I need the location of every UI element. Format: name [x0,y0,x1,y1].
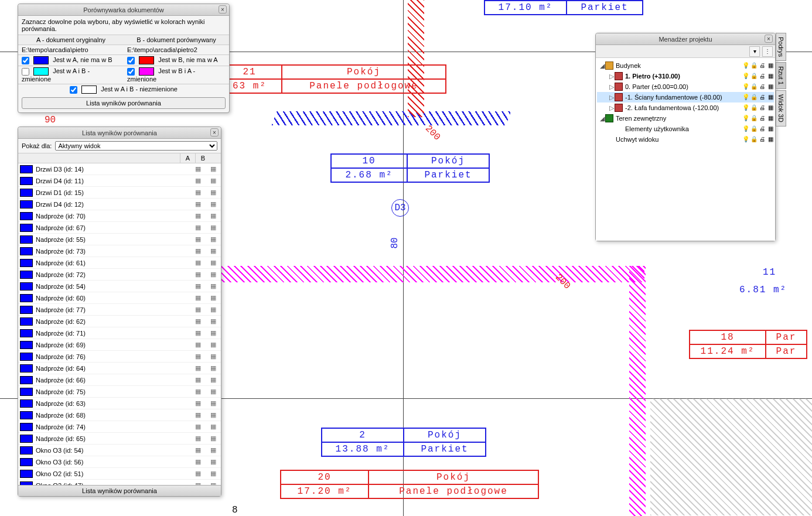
properties-icon[interactable]: ▦ [206,446,221,454]
list-item[interactable]: Okno O3 (id: 54)▦▦ [18,445,221,456]
project-manager-panel[interactable]: Menadżer projektu × ▾ ⋮ ◢Budynek💡🔒🖨▦▷1. … [595,33,776,241]
tree-node[interactable]: ▷1. Pietro (+310.00)💡🔒🖨▦ [597,71,774,81]
properties-icon[interactable]: ▦ [190,341,206,348]
swatch-cyan[interactable] [33,67,49,76]
properties-icon[interactable]: ▦ [206,271,221,278]
pm-tree[interactable]: ◢Budynek💡🔒🖨▦▷1. Pietro (+310.00)💡🔒🖨▦▷0. … [596,58,775,241]
list-item[interactable]: Nadproże (id: 76)▦▦ [18,351,221,363]
properties-icon[interactable]: ▦ [190,165,206,173]
chk-changed-a[interactable] [22,68,29,76]
properties-icon[interactable]: ▦ [190,446,206,454]
properties-icon[interactable]: ▦ [206,259,221,266]
list-item[interactable]: Drzwi D1 (id: 15)▦▦ [18,187,221,199]
properties-icon[interactable]: ▦ [206,189,221,196]
properties-icon[interactable]: ▦ [206,470,221,477]
bulb-icon[interactable]: 💡 [742,115,749,122]
chk-only-a[interactable] [22,57,29,64]
properties-icon[interactable]: ▦ [190,423,206,430]
bulb-icon[interactable]: 💡 [742,62,749,69]
properties-icon[interactable]: ▦ [190,399,206,407]
properties-icon[interactable]: ▦ [190,376,206,384]
properties-icon[interactable]: ▦ [206,458,221,466]
list-item[interactable]: Nadproże (id: 66)▦▦ [18,374,221,386]
color-icon[interactable]: ▦ [767,73,774,80]
properties-icon[interactable]: ▦ [206,212,221,220]
list-item[interactable]: Nadproże (id: 67)▦▦ [18,222,221,234]
list-item[interactable]: Drzwi D4 (id: 11)▦▦ [18,175,221,187]
expand-icon[interactable]: ▷ [609,73,615,80]
list-item[interactable]: Nadproże (id: 54)▦▦ [18,281,221,292]
expand-icon[interactable]: ▷ [609,94,615,101]
properties-icon[interactable]: ▦ [206,423,221,430]
compare-panel-title[interactable]: Porównywarka dokumentów × [18,4,229,16]
color-icon[interactable]: ▦ [767,94,774,101]
properties-icon[interactable]: ▦ [206,247,221,255]
print-icon[interactable]: 🖨 [759,125,766,132]
results-panel[interactable]: Lista wyników porównania × Pokaż dla: Ak… [18,127,221,497]
list-item[interactable]: Nadproże (id: 69)▦▦ [18,339,221,351]
properties-icon[interactable]: ▦ [190,458,206,466]
list-item[interactable]: Nadproże (id: 73)▦▦ [18,245,221,257]
properties-icon[interactable]: ▦ [190,177,206,184]
properties-icon[interactable]: ▦ [190,294,206,302]
bulb-icon[interactable]: 💡 [742,83,749,90]
side-tab[interactable]: Podrys [776,33,786,61]
list-item[interactable]: Nadproże (id: 77)▦▦ [18,304,221,316]
properties-icon[interactable]: ▦ [206,282,221,290]
properties-icon[interactable]: ▦ [190,364,206,372]
print-icon[interactable]: 🖨 [759,136,766,143]
properties-icon[interactable]: ▦ [206,411,221,419]
tree-node[interactable]: ▷0. Parter (±0.00=0.00)💡🔒🖨▦ [597,81,774,92]
compare-panel[interactable]: Porównywarka dokumentów × Zaznacz dowoln… [18,4,230,113]
properties-icon[interactable]: ▦ [206,177,221,184]
list-item[interactable]: Nadproże (id: 60)▦▦ [18,292,221,304]
list-item[interactable]: Nadproże (id: 63)▦▦ [18,398,221,409]
expand-icon[interactable]: ▷ [609,104,615,112]
options-icon[interactable]: ⋮ [762,46,773,57]
color-icon[interactable]: ▦ [767,104,774,111]
list-item[interactable]: Nadproże (id: 75)▦▦ [18,386,221,398]
properties-icon[interactable]: ▦ [190,411,206,419]
swatch-magenta[interactable] [139,67,154,76]
properties-icon[interactable]: ▦ [206,329,221,337]
bulb-icon[interactable]: 💡 [742,104,749,111]
chk-changed-b[interactable] [127,68,135,76]
properties-icon[interactable]: ▦ [190,435,206,442]
properties-icon[interactable]: ▦ [190,282,206,290]
print-icon[interactable]: 🖨 [759,73,766,80]
properties-icon[interactable]: ▦ [190,353,206,360]
properties-icon[interactable]: ▦ [206,399,221,407]
tree-node[interactable]: Uchwyt widoku💡🔒🖨▦ [597,134,774,145]
list-item[interactable]: Nadproże (id: 64)▦▦ [18,363,221,374]
tree-node[interactable]: ◢Teren zewnętrzny💡🔒🖨▦ [597,113,774,124]
properties-icon[interactable]: ▦ [190,247,206,255]
print-icon[interactable]: 🖨 [759,104,766,111]
list-item[interactable]: Okno O2 (id: 47)▦▦ [18,480,221,485]
properties-icon[interactable]: ▦ [206,341,221,348]
list-item[interactable]: Drzwi D3 (id: 14)▦▦ [18,163,221,175]
results-list[interactable]: Drzwi D3 (id: 14)▦▦Drzwi D4 (id: 11)▦▦Dr… [18,163,221,485]
list-item[interactable]: Nadproże (id: 71)▦▦ [18,327,221,339]
side-tab[interactable]: Rzut 1 [776,62,786,89]
lock-icon[interactable]: 🔒 [750,115,758,122]
bulb-icon[interactable]: 💡 [742,94,749,101]
list-item[interactable]: Nadproże (id: 55)▦▦ [18,234,221,245]
properties-icon[interactable]: ▦ [190,470,206,477]
properties-icon[interactable]: ▦ [206,388,221,395]
tree-node[interactable]: Elementy użytkownika💡🔒🖨▦ [597,124,774,134]
lock-icon[interactable]: 🔒 [750,73,758,80]
list-item[interactable]: Okno O2 (id: 51)▦▦ [18,468,221,480]
color-icon[interactable]: ▦ [767,62,774,69]
tree-node[interactable]: ◢Budynek💡🔒🖨▦ [597,60,774,71]
properties-icon[interactable]: ▦ [190,317,206,325]
print-icon[interactable]: 🖨 [759,83,766,90]
properties-icon[interactable]: ▦ [206,294,221,302]
close-icon[interactable]: × [210,128,219,136]
expand-icon[interactable]: ▷ [609,83,615,91]
lock-icon[interactable]: 🔒 [750,104,758,111]
list-item[interactable]: Nadproże (id: 72)▦▦ [18,269,221,281]
properties-icon[interactable]: ▦ [206,200,221,208]
list-item[interactable]: Nadproże (id: 74)▦▦ [18,421,221,433]
list-item[interactable]: Nadproże (id: 61)▦▦ [18,257,221,269]
properties-icon[interactable]: ▦ [190,259,206,266]
